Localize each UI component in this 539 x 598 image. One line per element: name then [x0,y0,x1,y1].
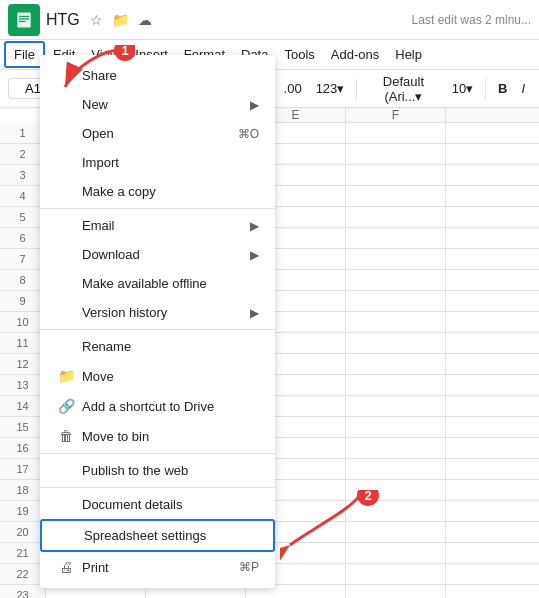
sheet-cell[interactable] [346,123,446,143]
sheet-cell[interactable] [346,144,446,164]
sheet-cell[interactable] [346,333,446,353]
menu-item-move[interactable]: 📁 Move [40,361,275,391]
toolbar-italic[interactable]: I [515,77,531,100]
star-icon[interactable]: ☆ [88,11,106,29]
menu-file[interactable]: File [4,41,45,68]
publish-label: Publish to the web [82,463,259,478]
offline-label: Make available offline [82,276,259,291]
menu-item-download[interactable]: Download ▶ [40,240,275,269]
menu-item-version-history[interactable]: Version history ▶ [40,298,275,327]
sheet-cell[interactable] [346,480,446,500]
print-label: Print [82,560,231,575]
svg-rect-1 [19,15,29,16]
sheet-cell[interactable] [346,396,446,416]
svg-rect-3 [19,20,26,21]
open-label: Open [82,126,230,141]
import-label: Import [82,155,259,170]
sheet-cell[interactable] [346,165,446,185]
sheet-cell[interactable] [346,186,446,206]
sheet-cell[interactable] [346,270,446,290]
menu-item-print[interactable]: 🖨 Print ⌘P [40,552,275,582]
move-bin-label: Move to bin [82,429,259,444]
menu-section-2: Email ▶ Download ▶ Make available offlin… [40,208,275,329]
menu-item-make-copy[interactable]: Make a copy [40,177,275,206]
sheet-cell[interactable] [346,354,446,374]
toolbar-bold[interactable]: B [492,77,513,100]
print-shortcut: ⌘P [239,560,259,574]
add-shortcut-label: Add a shortcut to Drive [82,399,259,414]
menu-item-share[interactable]: Share [40,61,275,90]
toolbar-font[interactable]: Default (Ari...▾ [363,70,444,108]
sheet-cell[interactable] [346,585,446,598]
menu-item-offline[interactable]: Make available offline [40,269,275,298]
file-dropdown-menu: Share New ▶ Open ⌘O Import Make a copy E… [40,55,275,588]
sheet-cell[interactable] [346,501,446,521]
email-label: Email [82,218,250,233]
menu-tools[interactable]: Tools [276,43,322,66]
menu-item-new[interactable]: New ▶ [40,90,275,119]
menu-addons[interactable]: Add-ons [323,43,387,66]
col-header-f: F [346,108,446,122]
new-label: New [82,97,250,112]
menu-item-spreadsheet-settings[interactable]: Spreadsheet settings [40,519,275,552]
sheet-cell[interactable] [346,459,446,479]
toolbar-decimal2[interactable]: .00 [278,77,308,100]
version-history-label: Version history [82,305,250,320]
svg-rect-2 [19,18,29,19]
version-arrow-icon: ▶ [250,306,259,320]
menu-item-rename[interactable]: Rename [40,332,275,361]
menu-section-1: Share New ▶ Open ⌘O Import Make a copy [40,59,275,208]
sheet-cell[interactable] [346,522,446,542]
print-icon: 🖨 [56,559,76,575]
menu-item-move-bin[interactable]: 🗑 Move to bin [40,421,275,451]
menu-section-4: Publish to the web [40,453,275,487]
doc-title: HTG [46,11,80,29]
sheet-cell[interactable] [346,291,446,311]
sheet-cell[interactable] [346,417,446,437]
svg-rect-0 [17,12,30,27]
toolbar-divider3 [356,79,357,99]
menu-item-add-shortcut[interactable]: 🔗 Add a shortcut to Drive [40,391,275,421]
menu-section-3: Rename 📁 Move 🔗 Add a shortcut to Drive … [40,329,275,453]
move-icon: 📁 [56,368,76,384]
folder-icon[interactable]: 📁 [112,11,130,29]
doc-details-label: Document details [82,497,259,512]
sheet-cell[interactable] [346,207,446,227]
rename-label: Rename [82,339,259,354]
sheet-cell[interactable] [346,375,446,395]
share-label: Share [82,68,259,83]
download-label: Download [82,247,250,262]
sheet-cell[interactable] [346,228,446,248]
make-copy-label: Make a copy [82,184,259,199]
bin-icon: 🗑 [56,428,76,444]
menu-item-import[interactable]: Import [40,148,275,177]
title-icons: ☆ 📁 ☁ [88,11,154,29]
download-arrow-icon: ▶ [250,248,259,262]
sheet-cell[interactable] [346,312,446,332]
cloud-icon[interactable]: ☁ [136,11,154,29]
open-shortcut: ⌘O [238,127,259,141]
top-bar: HTG ☆ 📁 ☁ Last edit was 2 minu... [0,0,539,40]
menu-item-email[interactable]: Email ▶ [40,211,275,240]
row-number: 23 [0,585,46,598]
email-arrow-icon: ▶ [250,219,259,233]
spreadsheet-settings-label: Spreadsheet settings [84,528,257,543]
app-icon [8,4,40,36]
toolbar-format-num[interactable]: 123▾ [310,77,351,100]
shortcut-icon: 🔗 [56,398,76,414]
move-label: Move [82,369,259,384]
menu-help[interactable]: Help [387,43,430,66]
toolbar-divider4 [485,79,486,99]
toolbar-fontsize[interactable]: 10▾ [446,77,479,100]
menu-item-open[interactable]: Open ⌘O [40,119,275,148]
sheet-cell[interactable] [346,438,446,458]
menu-item-doc-details[interactable]: Document details [40,490,275,519]
last-edit-text: Last edit was 2 minu... [412,13,531,27]
menu-item-publish[interactable]: Publish to the web [40,456,275,485]
sheet-cell[interactable] [346,543,446,563]
sheet-cell[interactable] [346,564,446,584]
sheet-cell[interactable] [346,249,446,269]
new-arrow-icon: ▶ [250,98,259,112]
menu-section-5: Document details Spreadsheet settings 🖨 … [40,487,275,584]
